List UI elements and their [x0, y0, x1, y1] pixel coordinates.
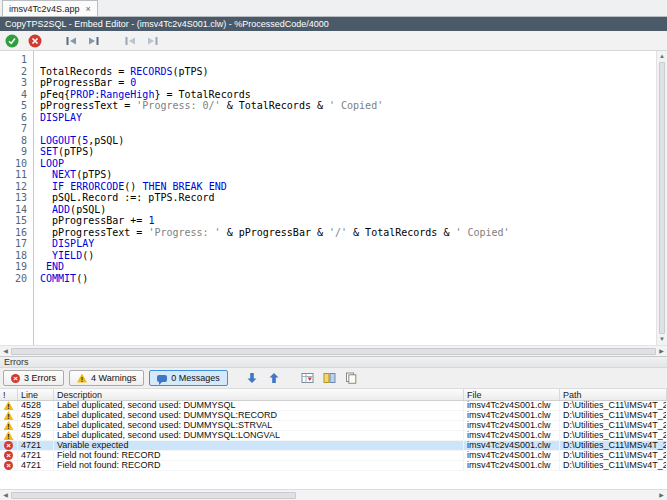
code-line[interactable]: TotalRecords = RECORDS(pTPS) [40, 66, 656, 78]
move-down-button[interactable] [244, 370, 261, 387]
scroll-right-icon[interactable]: ▶ [656, 490, 667, 500]
error-row[interactable]: 4529Label duplicated, second used: DUMMY… [0, 421, 667, 431]
prev-embed-button[interactable] [63, 33, 79, 49]
description-cell: Field not found: RECORD [54, 461, 464, 470]
error-icon [11, 374, 20, 383]
keyword-token: COMMIT [40, 273, 76, 284]
column-header-description[interactable]: Description [54, 389, 464, 400]
errors-toolbar: 3 Errors 4 Warnings 0 Messages [0, 368, 667, 389]
autoscroll-button[interactable] [299, 370, 316, 387]
warning-icon [4, 411, 14, 420]
errors-horizontal-scrollbar[interactable]: ◀ ▶ [0, 489, 667, 500]
string-token: 'Progress: ' [148, 227, 220, 238]
next-point-button[interactable] [145, 33, 161, 49]
code-token: () [76, 273, 88, 284]
warnings-filter-button[interactable]: 4 Warnings [69, 370, 144, 386]
message-icon [157, 375, 167, 382]
keyword-token: SET [40, 146, 58, 157]
code-line[interactable]: pFeq{PROP:RangeHigh} = TotalRecords [40, 89, 656, 101]
code-line[interactable]: ADD(pSQL) [40, 204, 656, 216]
code-line[interactable]: pProgressBar = 0 [40, 77, 656, 89]
code-editor[interactable]: 1234567891011121314151617181920 TotalRec… [0, 51, 667, 345]
scroll-left-icon[interactable]: ◀ [0, 490, 11, 500]
error-row[interactable]: 4529Label duplicated, second used: DUMMY… [0, 431, 667, 441]
code-line[interactable] [40, 54, 656, 66]
column-header-severity[interactable]: ! [0, 389, 18, 400]
code-line[interactable] [40, 123, 656, 135]
tab-app-file[interactable]: imsv4Tc2v4S.app × [2, 0, 98, 16]
code-line[interactable]: DISPLAY [40, 238, 656, 250]
scroll-left-icon[interactable]: ◀ [0, 346, 11, 357]
severity-cell [0, 401, 18, 410]
embed-editor-titlebar: CopyTPS2SQL - Embed Editor - (imsv4Tc2v4… [0, 17, 667, 31]
code-token: () [124, 181, 142, 192]
code-line[interactable]: IF ERRORCODE() THEN BREAK END [40, 181, 656, 193]
copy-icon [345, 372, 357, 384]
code-line[interactable]: pProgressText = 'Progress: ' & pProgress… [40, 227, 656, 239]
messages-filter-button[interactable]: 0 Messages [149, 370, 228, 386]
code-line[interactable]: END [40, 261, 656, 273]
next-embed-icon [87, 34, 101, 48]
editor-vertical-scrollbar[interactable]: ▲ ▼ [656, 51, 667, 345]
string-token: ' Copied' [455, 227, 509, 238]
severity-cell [0, 451, 18, 460]
code-line[interactable]: DISPLAY [40, 112, 656, 124]
description-cell: Field not found: RECORD [54, 451, 464, 460]
path-cell: D:\Utilities_C11\IMSv4T_2_v4... [560, 461, 667, 470]
line-number: 10 [0, 158, 33, 170]
scroll-right-icon[interactable]: ▶ [656, 346, 667, 357]
line-number: 9 [0, 146, 33, 158]
string-token: 'Progress: 0/' [136, 100, 220, 111]
code-line[interactable]: pProgressBar += 1 [40, 215, 656, 227]
next-embed-button[interactable] [86, 33, 102, 49]
code-line[interactable]: LOOP [40, 158, 656, 170]
code-line[interactable]: LOGOUT(5,pSQL) [40, 135, 656, 147]
error-row[interactable]: 4721Field not found: RECORDimsv4Tc2v4S00… [0, 461, 667, 471]
warning-icon [77, 374, 87, 383]
column-header-file[interactable]: File [464, 389, 560, 400]
keyword-token: END [46, 261, 64, 272]
error-row[interactable]: 4529Label duplicated, second used: DUMMY… [0, 411, 667, 421]
code-line[interactable]: pProgressText = 'Progress: 0/' & TotalRe… [40, 100, 656, 112]
editor-horizontal-scrollbar[interactable]: ◀ ▶ [0, 345, 667, 356]
column-header-line[interactable]: Line [18, 389, 54, 400]
horizontal-scroll-thumb[interactable] [11, 492, 296, 499]
code-line[interactable]: YIELD() [40, 250, 656, 262]
warning-icon [4, 401, 14, 410]
column-header-path[interactable]: Path [560, 389, 667, 400]
error-row[interactable]: 4721Field not found: RECORDimsv4Tc2v4S00… [0, 451, 667, 461]
code-token: () [82, 250, 94, 261]
vertical-scroll-thumb[interactable] [659, 62, 665, 334]
accept-button[interactable] [4, 33, 20, 49]
tab-close-icon[interactable]: × [86, 4, 91, 14]
code-token [40, 169, 52, 180]
code-line[interactable]: SET(pTPS) [40, 146, 656, 158]
code-token: (pTPS) [76, 169, 112, 180]
scroll-up-icon[interactable]: ▲ [657, 51, 667, 62]
code-line[interactable]: pSQL.Record :=: pTPS.Record [40, 192, 656, 204]
path-cell: D:\Utilities_C11\IMSv4T_2_v4... [560, 431, 667, 440]
copy-button[interactable] [343, 370, 360, 387]
path-cell: D:\Utilities_C11\IMSv4T_2_v4... [560, 421, 667, 430]
error-row[interactable]: 4528Label duplicated, second used: DUMMY… [0, 401, 667, 411]
keyword-token: ADD [52, 204, 70, 215]
error-row[interactable]: 4721Variable expectedimsv4Tc2v4S001.clwD… [0, 441, 667, 451]
prev-point-button[interactable] [122, 33, 138, 49]
line-number: 14 [0, 204, 33, 216]
cancel-button[interactable] [27, 33, 43, 49]
code-area[interactable]: TotalRecords = RECORDS(pTPS)pProgressBar… [34, 51, 656, 345]
errors-filter-button[interactable]: 3 Errors [3, 370, 64, 386]
line-cell: 4721 [18, 461, 54, 470]
line-cell: 4721 [18, 441, 54, 450]
line-number: 12 [0, 181, 33, 193]
horizontal-scroll-thumb[interactable] [11, 348, 656, 355]
group-columns-button[interactable] [321, 370, 338, 387]
scroll-down-icon[interactable]: ▼ [657, 334, 667, 345]
move-up-button[interactable] [266, 370, 283, 387]
line-number: 18 [0, 250, 33, 262]
group-columns-icon [323, 372, 336, 384]
code-line[interactable]: NEXT(pTPS) [40, 169, 656, 181]
string-token: '/' [329, 227, 347, 238]
code-line[interactable]: COMMIT() [40, 273, 656, 285]
keyword-token: IF [52, 181, 64, 192]
